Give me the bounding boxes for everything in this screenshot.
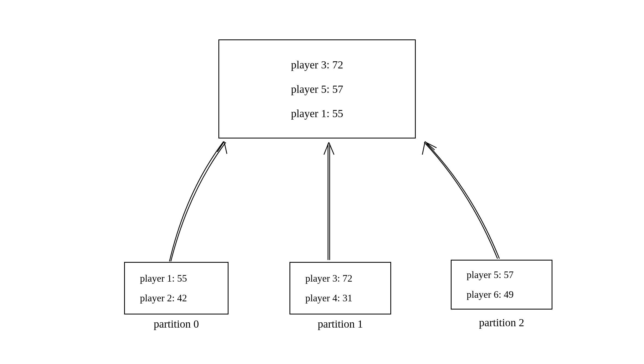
partition-1-box: player 3: 72 player 4: 31 xyxy=(290,262,391,314)
player-score: 31 xyxy=(343,293,352,304)
player-label: player 6 xyxy=(467,289,499,300)
partition-row: player 2: 42 xyxy=(140,292,187,304)
partition-1-label: partition 1 xyxy=(288,317,392,330)
player-label: player 5 xyxy=(467,269,499,280)
partition-2-label: partition 2 xyxy=(450,316,554,329)
player-score: 57 xyxy=(504,269,514,280)
arrow-partition-2 xyxy=(422,141,499,259)
partition-row: player 4: 31 xyxy=(305,292,352,304)
player-label: player 1 xyxy=(291,107,326,120)
partition-0-label: partition 0 xyxy=(124,317,228,330)
player-score: 72 xyxy=(332,59,343,71)
partition-2-box: player 5: 57 player 6: 49 xyxy=(451,260,552,309)
player-label: player 5 xyxy=(291,83,326,95)
player-label: player 1 xyxy=(140,273,172,284)
player-score: 49 xyxy=(504,289,514,300)
player-label: player 3 xyxy=(305,273,337,284)
partition-row: player 5: 57 xyxy=(467,269,514,281)
player-label: player 3 xyxy=(291,59,326,71)
player-label: player 4 xyxy=(305,293,337,304)
player-score: 72 xyxy=(343,273,352,284)
player-score: 42 xyxy=(177,293,187,304)
partition-row: player 6: 49 xyxy=(467,289,514,300)
partition-0-box: player 1: 55 player 2: 42 xyxy=(124,262,228,314)
arrow-partition-1 xyxy=(324,142,334,260)
aggregate-box: player 3: 72 player 5: 57 player 1: 55 xyxy=(219,40,415,138)
aggregate-row: player 1: 55 xyxy=(291,107,343,120)
aggregate-row: player 3: 72 xyxy=(291,58,343,71)
arrow-partition-0 xyxy=(169,141,227,261)
player-score: 55 xyxy=(177,273,187,284)
player-score: 57 xyxy=(332,83,343,95)
player-label: player 2 xyxy=(140,293,172,304)
partition-row: player 1: 55 xyxy=(140,273,187,284)
player-score: 55 xyxy=(332,107,343,120)
partition-row: player 3: 72 xyxy=(305,273,352,284)
aggregate-row: player 5: 57 xyxy=(291,83,343,96)
